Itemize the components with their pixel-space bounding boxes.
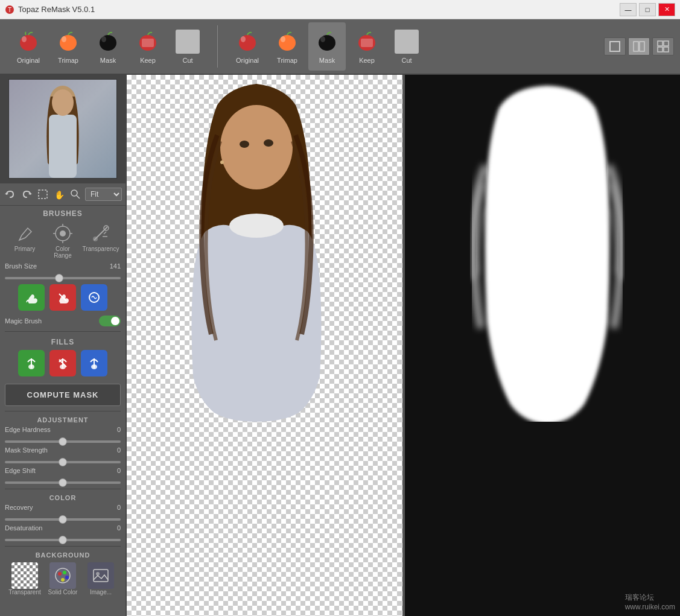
image-icon <box>92 567 110 585</box>
magic-brush-label: Magic Brush <box>5 317 99 325</box>
svg-marker-32 <box>28 192 32 194</box>
keep-icon <box>135 29 160 54</box>
cut2-icon <box>394 29 419 54</box>
toolbar-original[interactable]: Original <box>10 22 47 71</box>
brush-size-label: Brush Size <box>5 262 101 270</box>
transparent-bg-button[interactable]: Transparent <box>8 562 42 595</box>
close-button[interactable]: ✕ <box>658 3 675 16</box>
titlebar: T Topaz ReMask V5.0.1 — □ ✕ <box>0 0 680 19</box>
toolbar-mask[interactable]: Mask <box>89 22 127 71</box>
watermark-line2: www.ruikei.com <box>625 603 675 611</box>
refine-fill-button[interactable] <box>81 350 107 376</box>
app-container: Original Trimap <box>0 19 680 616</box>
toolbar-original2-label: Original <box>236 57 259 64</box>
view-mode-buttons <box>604 37 674 56</box>
original2-icon <box>235 29 260 54</box>
svg-point-54 <box>58 572 62 576</box>
quad-view-icon <box>657 40 669 52</box>
search-icon <box>70 189 81 200</box>
recovery-slider[interactable] <box>5 518 121 521</box>
svg-rect-27 <box>664 47 669 52</box>
toolbar-keep2[interactable]: Keep <box>348 22 386 71</box>
svg-point-60 <box>220 105 293 189</box>
brush-size-slider[interactable] <box>5 277 121 279</box>
fit-select[interactable]: Fit 100% 50% 200% <box>85 188 122 201</box>
minimize-button[interactable]: — <box>620 3 637 16</box>
svg-point-8 <box>101 36 106 42</box>
keep-fill-button[interactable] <box>18 350 45 376</box>
svg-rect-58 <box>94 570 108 582</box>
desaturation-label: Desaturation <box>5 524 101 532</box>
undo-button[interactable] <box>4 186 16 203</box>
search-button[interactable] <box>69 186 81 203</box>
toolbar-trimap[interactable]: Trimap <box>49 22 87 71</box>
panel-scroll: BRUSHES Primary <box>0 206 126 616</box>
toolbar-original2[interactable]: Original <box>229 22 266 71</box>
toolbar-mask2[interactable]: Mask <box>308 22 346 71</box>
separator-4 <box>5 546 121 547</box>
image-bg-button[interactable]: Image... <box>84 562 118 595</box>
cut-fill-button[interactable] <box>49 350 76 376</box>
svg-point-52 <box>91 364 97 369</box>
svg-rect-25 <box>664 41 669 46</box>
canvas-right-content <box>405 75 681 616</box>
toolbar-trimap2[interactable]: Trimap <box>269 22 306 71</box>
compute-mask-button[interactable]: COMPUTE MASK <box>5 384 121 406</box>
svg-rect-33 <box>39 190 47 198</box>
svg-point-57 <box>61 578 65 582</box>
solid-color-bg-button[interactable]: Solid Color <box>46 562 80 595</box>
canvas-right[interactable]: 瑞客论坛 www.ruikei.com <box>405 75 681 616</box>
transparent-bg-icon <box>11 562 38 589</box>
image-bg-label: Image... <box>90 589 112 595</box>
svg-text:T: T <box>8 7 11 13</box>
svg-rect-29 <box>49 115 77 178</box>
keep-brush-button[interactable] <box>18 284 45 311</box>
color-range-brush-button[interactable]: Color Range <box>46 221 80 259</box>
color-range-icon <box>51 221 75 246</box>
mask-icon <box>95 29 121 54</box>
cut-fill-icon <box>54 355 71 372</box>
redo-button[interactable] <box>20 186 33 203</box>
refine-fill-icon <box>86 355 103 372</box>
desaturation-slider-container <box>0 533 126 544</box>
single-view-button[interactable] <box>604 37 626 56</box>
quad-view-button[interactable] <box>652 37 674 56</box>
toolbar-cut2[interactable]: Cut <box>388 22 425 71</box>
color-range-label: Color Range <box>46 246 80 259</box>
edge-hardness-slider[interactable] <box>5 440 121 443</box>
split-view-button[interactable] <box>628 37 650 56</box>
toolbar-original-label: Original <box>17 57 40 64</box>
app-icon: T <box>5 5 14 14</box>
desaturation-value: 0 <box>104 524 121 532</box>
redo-icon <box>21 189 32 200</box>
canvas-left[interactable] <box>127 75 402 616</box>
background-section-label: BACKGROUND <box>0 549 126 560</box>
magic-brush-toggle[interactable] <box>99 316 121 326</box>
hand-icon: ✋ <box>54 189 65 200</box>
keep-brush-icon <box>23 289 40 306</box>
select-tool-button[interactable] <box>36 186 49 203</box>
transparency-brush-button[interactable]: Transparency <box>84 221 118 259</box>
maximize-button[interactable]: □ <box>639 3 656 16</box>
toolbar-keep-label: Keep <box>140 57 156 64</box>
toolbar-keep[interactable]: Keep <box>129 22 167 71</box>
fills-row <box>0 348 126 379</box>
magic-brush-row: Magic Brush <box>0 313 126 329</box>
refine-brush-button[interactable] <box>81 284 107 311</box>
desaturation-slider[interactable] <box>5 539 121 541</box>
original-icon <box>16 29 41 54</box>
toolbar-cut[interactable]: Cut <box>169 22 206 71</box>
adjustment-section-label: ADJUSTMENT <box>0 414 126 425</box>
undo-icon <box>5 189 16 200</box>
cutout-person-svg <box>127 75 386 422</box>
edge-shift-slider[interactable] <box>5 481 121 484</box>
watermark: 瑞客论坛 www.ruikei.com <box>625 592 675 611</box>
svg-point-55 <box>63 571 66 574</box>
hand-tool-button[interactable]: ✋ <box>52 186 65 203</box>
mask-strength-slider[interactable] <box>5 461 121 463</box>
color-section-label: COLOR <box>0 492 126 503</box>
brushes-row: Primary <box>0 219 126 261</box>
cut-brush-button[interactable] <box>49 284 76 311</box>
brush-size-slider-container <box>0 271 126 282</box>
primary-brush-button[interactable]: Primary <box>8 221 42 259</box>
